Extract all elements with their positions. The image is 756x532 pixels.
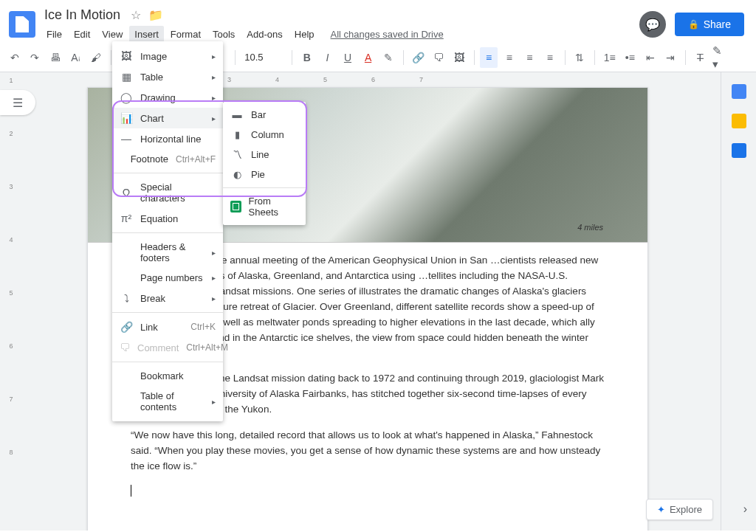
italic-icon[interactable]: I [319,47,337,68]
menu-item-chart[interactable]: 📊Chart▸ [112,108,223,128]
column-chart-icon: ▮ [230,129,244,140]
insert-link-icon[interactable]: 🔗 [410,47,427,68]
ruler-mark: 2 [0,130,22,183]
chart-column[interactable]: ▮Column [223,125,306,145]
chart-line[interactable]: 〽Line [223,145,306,165]
tasks-icon[interactable] [732,143,746,158]
decrease-indent-icon[interactable]: ⇤ [642,47,659,68]
ruler-mark: 6 [371,76,375,83]
ruler-mark: 4 [275,76,279,83]
separator [474,50,475,65]
explore-button[interactable]: Explore [646,499,713,520]
ruler-mark: 3 [227,76,231,83]
menu-addons[interactable]: Add-ons [241,26,287,43]
insert-image-icon[interactable]: 🖼 [450,47,468,68]
sidepanel-collapse-icon[interactable]: › [743,502,747,516]
title-area: Ice In Motion ☆ 📁 File Edit View Insert … [41,6,639,43]
numbered-list-icon[interactable]: 1≡ [601,47,619,68]
underline-icon[interactable]: U [339,47,357,68]
menu-item-link[interactable]: 🔗LinkCtrl+K [112,317,223,337]
link-icon: 🔗 [120,321,133,333]
ruler-mark: 3 [0,183,22,236]
vertical-ruler: 1 2 3 4 5 6 7 8 [0,72,22,531]
menu-item-drawing[interactable]: ◯Drawing▸ [112,87,223,108]
insert-comment-icon[interactable]: 🗨 [430,47,447,68]
font-size-input[interactable] [241,49,286,66]
menu-file[interactable]: File [41,26,67,43]
hline-icon: — [120,133,133,145]
menu-bar: File Edit View Insert Format Tools Add-o… [41,26,639,43]
open-comments-icon[interactable]: 💬 [639,11,666,38]
editing-mode-icon[interactable]: ✎ ▾ [712,44,728,71]
chevron-right-icon: ▸ [212,52,216,61]
bar-chart-icon: ▬ [230,109,244,120]
menu-item-special-chars[interactable]: ΩSpecial characters [112,177,223,208]
align-right-icon[interactable]: ≡ [521,47,539,68]
menu-insert[interactable]: Insert [129,26,164,43]
align-justify-icon[interactable]: ≡ [541,47,559,68]
highlight-icon[interactable]: ✎ [379,47,397,68]
pie-chart-icon: ◐ [230,169,244,180]
menu-separator [223,187,306,188]
omega-icon: Ω [120,187,133,198]
menu-item-footnote[interactable]: FootnoteCtrl+Alt+F [112,149,223,169]
redo-icon[interactable]: ↷ [27,47,44,68]
chevron-right-icon: ▸ [212,73,216,81]
outline-toggle-icon[interactable]: ☰ [0,90,35,115]
ruler-mark: 7 [0,395,22,449]
separator [403,50,404,65]
bulleted-list-icon[interactable]: •≡ [622,47,639,68]
spellcheck-icon[interactable]: Aᵢ [67,47,85,68]
separator [565,50,566,65]
menu-edit[interactable]: Edit [69,26,95,43]
menu-item-toc[interactable]: Table of contents▸ [112,386,223,417]
image-icon: 🖼 [120,50,133,62]
save-status[interactable]: All changes saved in Drive [326,26,449,43]
menu-item-horizontal-line[interactable]: —Horizontal line [112,128,223,149]
docs-logo-icon[interactable] [9,11,35,38]
line-spacing-icon[interactable]: ⇅ [571,47,589,68]
separator [111,50,111,65]
align-center-icon[interactable]: ≡ [501,47,518,68]
menu-item-equation[interactable]: π²Equation [112,208,223,229]
comment-icon: 🗨 [120,342,130,353]
chart-bar[interactable]: ▬Bar [223,105,306,125]
ruler-mark: 5 [323,76,327,83]
keep-icon[interactable] [732,114,746,128]
menu-item-page-numbers[interactable]: Page numbers▸ [112,268,223,288]
menu-item-image[interactable]: 🖼Image▸ [112,46,223,66]
chart-from-sheets[interactable]: From Sheets [223,191,306,222]
menu-view[interactable]: View [97,26,128,43]
star-icon[interactable]: ☆ [131,8,141,22]
chevron-right-icon: ▸ [212,274,216,282]
menu-item-headers-footers[interactable]: Headers & footers▸ [112,237,223,268]
document-title[interactable]: Ice In Motion [41,6,123,24]
menu-item-table[interactable]: ▦Table▸ [112,66,223,87]
paint-format-icon[interactable]: 🖌 [87,47,105,68]
align-left-icon[interactable]: ≡ [480,47,498,68]
menu-tools[interactable]: Tools [207,26,240,43]
side-panel [721,72,756,531]
undo-icon[interactable]: ↶ [6,47,24,68]
move-folder-icon[interactable]: 📁 [148,8,163,22]
share-button[interactable]: Share [675,13,744,36]
clear-formatting-icon[interactable]: T̶ [692,47,709,68]
increase-indent-icon[interactable]: ⇥ [662,47,680,68]
chart-pie[interactable]: ◐Pie [223,165,306,184]
ruler-mark: 7 [419,76,423,83]
print-icon[interactable]: 🖶 [47,47,64,68]
menu-item-break[interactable]: ⤵Break▸ [112,288,223,308]
menu-format[interactable]: Format [165,26,206,43]
ruler-mark: 6 [0,342,22,395]
image-scalebar: 4 miles [577,223,603,232]
chevron-right-icon: ▸ [212,294,216,303]
menu-help[interactable]: Help [289,26,320,43]
separator [685,50,686,65]
title-bar: Ice In Motion ☆ 📁 File Edit View Insert … [0,0,756,43]
paragraph[interactable]: “We now have this long, detailed record … [131,428,605,474]
calendar-icon[interactable] [732,84,746,99]
text-color-icon[interactable]: A [360,47,377,68]
menu-item-bookmark[interactable]: Bookmark [112,366,223,386]
bold-icon[interactable]: B [298,47,316,68]
ruler-mark: 8 [0,449,22,502]
